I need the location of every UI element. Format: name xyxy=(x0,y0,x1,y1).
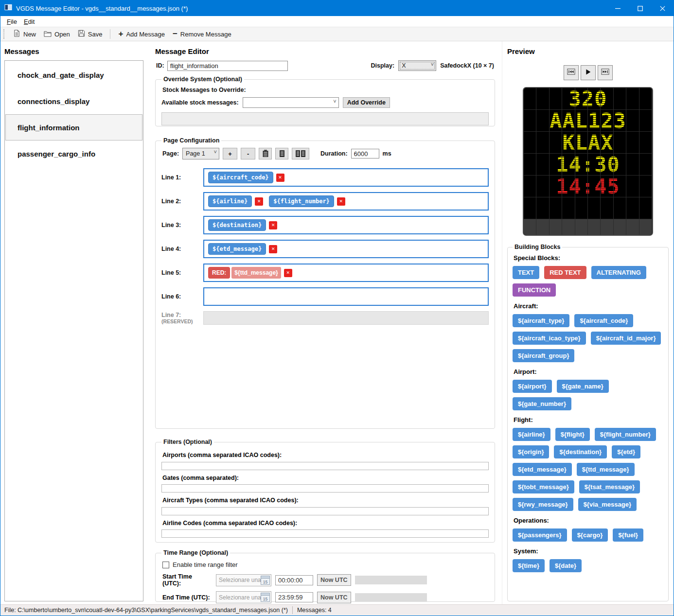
duplicate-page-button[interactable] xyxy=(292,148,309,159)
variable-block[interactable]: ${aircraft_icao_type} xyxy=(513,332,586,345)
id-input[interactable] xyxy=(167,61,288,71)
line-input[interactable]: ${aircraft_code}✕ xyxy=(203,168,489,187)
variable-block[interactable]: ${date} xyxy=(550,559,582,572)
override-list[interactable] xyxy=(161,112,489,125)
play-button[interactable] xyxy=(581,65,596,80)
red-text-chip[interactable]: RED: xyxy=(208,267,230,279)
line-row: Line 6: xyxy=(161,287,489,306)
remove-chip-button[interactable]: ✕ xyxy=(269,245,277,253)
add-message-button[interactable]: + Add Message xyxy=(114,29,168,39)
maximize-button[interactable] xyxy=(629,0,651,16)
display-select[interactable]: X ˅ xyxy=(398,60,436,71)
special-block-function[interactable]: FUNCTION xyxy=(513,283,556,297)
toolbar-gripper[interactable] xyxy=(3,29,6,39)
copy-page-button[interactable] xyxy=(259,148,272,159)
variable-block[interactable]: ${airline} xyxy=(513,428,550,441)
variable-block[interactable]: ${fuel} xyxy=(613,528,643,542)
page-select[interactable]: Page 1 ˅ xyxy=(182,148,219,159)
variable-block[interactable]: ${via_message} xyxy=(578,498,637,511)
variable-chip[interactable]: ${aircraft_code} xyxy=(208,172,273,183)
add-override-button[interactable]: Add Override xyxy=(343,97,390,108)
open-button[interactable]: Open xyxy=(40,29,74,40)
duration-input[interactable] xyxy=(351,149,379,158)
variable-block[interactable]: ${aircraft_type} xyxy=(513,314,569,327)
remove-chip-button[interactable]: ✕ xyxy=(284,269,292,277)
airports-filter-input[interactable] xyxy=(161,462,489,470)
variable-block[interactable]: ${destination} xyxy=(554,445,607,458)
variable-block[interactable]: ${tobt_message} xyxy=(513,480,574,493)
message-editor-panel: Message Editor ID: Display: X ˅ Safedock… xyxy=(147,41,502,604)
remove-message-button[interactable]: − Remove Message xyxy=(169,29,235,39)
line-input[interactable]: ${airline}✕${flight_number}✕ xyxy=(203,192,489,211)
skip-to-end-button[interactable] xyxy=(598,65,613,80)
variable-chip[interactable]: ${etd_message} xyxy=(208,243,266,255)
variable-chip[interactable]: ${ttd_message} xyxy=(231,267,281,279)
enable-time-range-checkbox[interactable] xyxy=(162,562,169,568)
preview-panel: Preview 320AAL123KLAX14:3014:45 Building… xyxy=(502,41,674,604)
variable-block[interactable]: ${rwy_message} xyxy=(513,498,573,511)
remove-chip-button[interactable]: ✕ xyxy=(255,197,263,206)
list-item[interactable]: chock_and_gate_display xyxy=(5,62,142,88)
remove-chip-button[interactable]: ✕ xyxy=(337,197,345,206)
variable-block[interactable]: ${tsat_message} xyxy=(579,480,640,493)
app-icon xyxy=(4,3,12,13)
line-input[interactable] xyxy=(203,287,489,306)
list-item[interactable]: connections_display xyxy=(5,88,142,114)
remove-page-button[interactable]: - xyxy=(241,148,255,159)
variable-block[interactable]: ${airport} xyxy=(513,380,552,393)
new-button[interactable]: New xyxy=(9,28,40,40)
line-label: Line 5: xyxy=(161,269,203,276)
list-item[interactable]: passenger_cargo_info xyxy=(5,141,142,167)
line-label-text: Line 1: xyxy=(161,174,203,181)
variable-block[interactable]: ${gate_name} xyxy=(557,380,609,393)
remove-chip-button[interactable]: ✕ xyxy=(276,174,284,182)
variable-block[interactable]: ${etd} xyxy=(612,445,640,458)
calendar-icon[interactable]: 15 xyxy=(261,576,270,585)
start-now-utc-button[interactable]: Now UTC xyxy=(317,574,351,586)
variable-chip[interactable]: ${airline} xyxy=(208,195,252,207)
variable-block[interactable]: ${etd_message} xyxy=(513,463,572,476)
variable-block[interactable]: ${flight_number} xyxy=(595,428,656,441)
messages-list[interactable]: chock_and_gate_displayconnections_displa… xyxy=(4,60,143,601)
remove-chip-button[interactable]: ✕ xyxy=(269,221,277,229)
start-date-picker[interactable]: Selezionare una 15 xyxy=(216,574,271,586)
window-title: VGDS Message Editor - vgds__standard__me… xyxy=(16,5,188,12)
variable-block[interactable]: ${time} xyxy=(513,559,545,572)
variable-block[interactable]: ${aircraft_id_major} xyxy=(591,332,661,345)
gates-filter-input[interactable] xyxy=(161,484,489,493)
calendar-icon[interactable]: 15 xyxy=(261,593,270,602)
line-input[interactable]: ${destination}✕ xyxy=(203,216,489,234)
variable-block[interactable]: ${origin} xyxy=(513,445,549,458)
line-input[interactable]: RED:${ttd_message}✕ xyxy=(203,264,489,282)
end-time-input[interactable] xyxy=(275,592,313,602)
menu-edit[interactable]: Edit xyxy=(20,17,38,26)
paste-page-button[interactable] xyxy=(275,148,288,159)
variable-block[interactable]: ${passengers} xyxy=(513,528,567,542)
variable-block[interactable]: ${gate_number} xyxy=(513,397,571,410)
special-block-alternating[interactable]: ALTERNATING xyxy=(591,266,646,279)
airline-codes-filter-input[interactable] xyxy=(161,529,489,538)
variable-chip[interactable]: ${destination} xyxy=(208,219,266,231)
variable-block[interactable]: ${cargo} xyxy=(572,528,608,542)
variable-block[interactable]: ${ttd_message} xyxy=(577,463,635,476)
save-button[interactable]: Save xyxy=(74,28,106,40)
start-time-input[interactable] xyxy=(275,575,313,585)
special-block-red-text[interactable]: RED TEXT xyxy=(544,266,586,279)
line-input[interactable]: ${etd_message}✕ xyxy=(203,240,489,258)
variable-block[interactable]: ${aircraft_group} xyxy=(513,349,574,362)
aircraft-types-filter-input[interactable] xyxy=(161,507,489,515)
close-button[interactable] xyxy=(651,0,674,16)
add-page-button[interactable]: + xyxy=(223,148,237,159)
minimize-button[interactable] xyxy=(606,0,629,16)
list-item[interactable]: flight_information xyxy=(5,114,142,141)
variable-block[interactable]: ${aircraft_code} xyxy=(574,314,633,327)
variable-chip[interactable]: ${flight_number} xyxy=(269,195,334,207)
variable-block[interactable]: ${flight} xyxy=(555,428,590,441)
end-now-utc-button[interactable]: Now UTC xyxy=(317,592,351,603)
skip-to-start-button[interactable] xyxy=(564,65,579,80)
stock-messages-select[interactable]: ˅ xyxy=(243,97,339,108)
menu-file[interactable]: File xyxy=(3,17,20,26)
end-date-picker[interactable]: Selezionare una 15 xyxy=(216,591,271,603)
display-info: SafedockX (10 × 7) xyxy=(440,62,494,69)
special-block-text[interactable]: TEXT xyxy=(513,266,539,279)
